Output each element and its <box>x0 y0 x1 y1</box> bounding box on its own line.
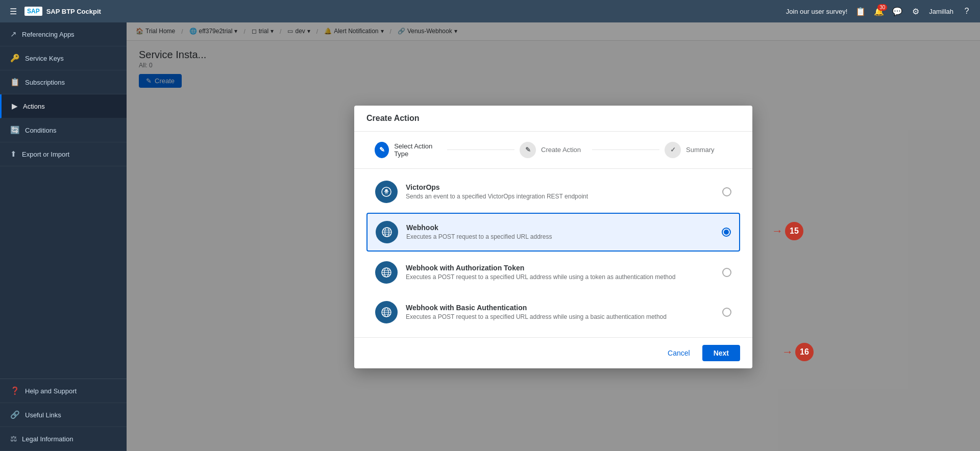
sidebar: ↗ Referencing Apps 🔑 Service Keys 📋 Subs… <box>0 22 127 451</box>
sidebar-item-label: Subscriptions <box>25 79 65 86</box>
survey-icon[interactable]: 📋 <box>855 6 866 16</box>
annotation-circle-16: 16 <box>795 343 814 361</box>
step-label-1: Select Action Type <box>394 142 442 158</box>
main-layout: ↗ Referencing Apps 🔑 Service Keys 📋 Subs… <box>0 22 980 451</box>
legal-information-icon: ⚖ <box>10 434 17 443</box>
victorops-icon <box>380 186 393 198</box>
action-item-webhook[interactable]: Webhook Executes a POST request to a spe… <box>366 213 740 252</box>
top-navigation: ☰ SAP SAP BTP Cockpit Join our user surv… <box>0 0 980 22</box>
help-icon[interactable]: ? <box>962 6 972 16</box>
wizard-step-3: ✓ Summary <box>665 142 732 158</box>
cancel-button[interactable]: Cancel <box>660 346 697 360</box>
sidebar-item-label: Export or Import <box>22 151 69 158</box>
sidebar-item-conditions[interactable]: 🔄 Conditions <box>0 118 127 142</box>
annotation-16: → 16 <box>782 343 814 361</box>
webhook-basic-radio[interactable] <box>722 308 731 317</box>
user-name[interactable]: Jamillah <box>929 8 953 15</box>
survey-link[interactable]: Join our user survey! <box>786 8 848 15</box>
modal-overlay: Create Action ✎ Select Action Type ✎ Cre… <box>127 22 980 451</box>
webhook-icon-wrapper <box>376 221 398 243</box>
modal-container: Create Action ✎ Select Action Type ✎ Cre… <box>354 106 752 368</box>
export-import-icon: ⬆ <box>10 149 17 159</box>
settings-icon[interactable]: ⚙ <box>911 6 921 16</box>
action-item-victorops[interactable]: VictorOps Sends an event to a specified … <box>366 173 740 211</box>
wizard-step-1: ✎ Select Action Type <box>375 142 442 158</box>
annotation-15: → 15 <box>772 222 803 240</box>
chat-icon[interactable]: 💬 <box>892 6 902 16</box>
webhook-auth-icon <box>380 266 393 279</box>
webhook-text: Webhook Executes a POST request to a spe… <box>406 223 722 240</box>
victorops-icon-wrapper <box>375 181 398 203</box>
sidebar-bottom: ❓ Help and Support 🔗 Useful Links ⚖ Lega… <box>0 379 127 451</box>
conditions-icon: 🔄 <box>10 126 20 135</box>
step-circle-2: ✎ <box>520 142 536 158</box>
top-nav-right: Join our user survey! 📋 🔔 30 💬 ⚙ Jamilla… <box>786 6 972 16</box>
webhook-auth-desc: Executes a POST request to a specified U… <box>406 273 722 281</box>
service-keys-icon: 🔑 <box>10 54 20 63</box>
step-connector-2 <box>592 149 659 150</box>
wizard-step-2: ✎ Create Action <box>520 142 587 158</box>
sidebar-item-subscriptions[interactable]: 📋 Subscriptions <box>0 70 127 94</box>
webhook-auth-radio[interactable] <box>722 268 731 277</box>
notification-badge: 30 <box>877 4 887 11</box>
action-item-webhook-auth[interactable]: Webhook with Authorization Token Execute… <box>366 254 740 291</box>
webhook-radio[interactable] <box>722 228 731 237</box>
victorops-radio[interactable] <box>722 187 731 196</box>
victorops-text: VictorOps Sends an event to a specified … <box>406 183 722 200</box>
webhook-basic-icon-wrapper <box>375 301 398 323</box>
referencing-apps-icon: ↗ <box>10 30 17 39</box>
help-support-icon: ❓ <box>10 386 20 395</box>
actions-icon: ▶ <box>12 102 18 111</box>
sidebar-item-referencing-apps[interactable]: ↗ Referencing Apps <box>0 22 127 46</box>
subscriptions-icon: 📋 <box>10 78 20 87</box>
sidebar-item-label: Service Keys <box>25 55 64 62</box>
step-circle-3: ✓ <box>665 142 681 158</box>
app-title: SAP BTP Cockpit <box>46 8 101 15</box>
sidebar-item-label: Useful Links <box>25 411 61 419</box>
sidebar-item-label: Help and Support <box>25 387 77 395</box>
victorops-name: VictorOps <box>406 183 722 191</box>
sap-logo-box: SAP <box>24 7 42 16</box>
sidebar-item-legal-information[interactable]: ⚖ Legal Information <box>0 427 127 451</box>
sidebar-item-useful-links[interactable]: 🔗 Useful Links <box>0 403 127 427</box>
step-circle-1: ✎ <box>375 142 389 158</box>
victorops-desc: Sends an event to a specified VictorOps … <box>406 193 722 200</box>
webhook-basic-name: Webhook with Basic Authentication <box>406 304 722 312</box>
webhook-basic-desc: Executes a POST request to a specified U… <box>406 313 722 320</box>
webhook-basic-icon <box>380 306 393 318</box>
sidebar-item-label: Legal Information <box>22 435 73 443</box>
step-label-2: Create Action <box>541 146 581 154</box>
annotation-circle-15: 15 <box>785 222 803 240</box>
webhook-auth-text: Webhook with Authorization Token Execute… <box>406 264 722 281</box>
step-label-3: Summary <box>686 146 715 154</box>
notifications-bell[interactable]: 🔔 30 <box>874 6 884 16</box>
content-area: 🏠 Trial Home / 🌐 eff379e2trial ▾ / ◻ tri… <box>127 22 980 451</box>
sidebar-item-label: Referencing Apps <box>22 31 75 38</box>
webhook-auth-name: Webhook with Authorization Token <box>406 264 722 272</box>
webhook-auth-icon-wrapper <box>375 261 398 284</box>
step-connector-1 <box>447 149 514 150</box>
action-list: VictorOps Sends an event to a specified … <box>354 169 752 337</box>
hamburger-menu-icon[interactable]: ☰ <box>8 6 18 16</box>
sidebar-item-help-support[interactable]: ❓ Help and Support <box>0 379 127 403</box>
wizard-steps: ✎ Select Action Type ✎ Create Action ✓ <box>354 132 752 169</box>
webhook-desc: Executes a POST request to a specified U… <box>406 233 722 240</box>
create-action-modal: Create Action ✎ Select Action Type ✎ Cre… <box>354 106 752 368</box>
sap-logo: SAP SAP BTP Cockpit <box>24 7 101 16</box>
sidebar-item-label: Conditions <box>25 127 56 134</box>
webhook-basic-text: Webhook with Basic Authentication Execut… <box>406 304 722 320</box>
action-item-webhook-basic[interactable]: Webhook with Basic Authentication Execut… <box>366 293 740 331</box>
modal-title: Create Action <box>354 106 752 132</box>
webhook-name: Webhook <box>406 223 722 232</box>
sidebar-item-export-import[interactable]: ⬆ Export or Import <box>0 142 127 166</box>
sidebar-item-label: Actions <box>23 103 45 110</box>
modal-footer: Cancel Next <box>354 337 752 368</box>
useful-links-icon: 🔗 <box>10 410 20 419</box>
sidebar-item-actions[interactable]: ▶ Actions <box>0 94 127 118</box>
sidebar-item-service-keys[interactable]: 🔑 Service Keys <box>0 46 127 70</box>
next-button[interactable]: Next <box>702 345 740 361</box>
webhook-globe-icon <box>381 226 393 238</box>
